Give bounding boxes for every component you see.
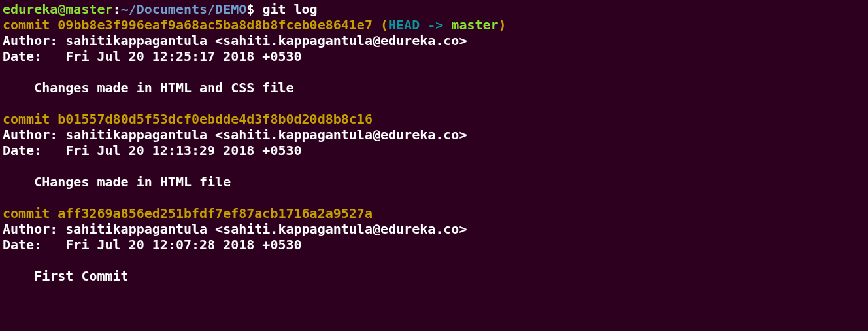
author-line: Author: sahitikappagantula <sahiti.kappa… (3, 221, 467, 237)
prompt-sep: : (113, 1, 121, 17)
head-paren-close: ) (499, 17, 507, 33)
date-line: Date: Fri Jul 20 12:13:29 2018 +0530 (3, 143, 302, 158)
command-text: git log (262, 1, 317, 17)
terminal-output[interactable]: edureka@master:~/Documents/DEMO$ git log… (0, 0, 868, 285)
commit-message: Changes made in HTML and CSS file (3, 80, 294, 96)
author-line: Author: sahitikappagantula <sahiti.kappa… (3, 127, 467, 143)
branch-name: master (451, 17, 498, 33)
commit-hash: b01557d80d5f53dcf0ebdde4d3f8b0d20d8b8c16 (58, 111, 373, 127)
commit-message: CHanges made in HTML file (3, 174, 231, 190)
commit-hash: 09bb8e3f996eaf9a68ac5ba8d8b8fceb0e8641e7 (58, 17, 373, 33)
date-line: Date: Fri Jul 20 12:25:17 2018 +0530 (3, 48, 302, 64)
prompt-dollar: $ (246, 1, 254, 17)
head-paren-open: ( (373, 17, 388, 33)
date-line: Date: Fri Jul 20 12:07:28 2018 +0530 (3, 237, 302, 253)
head-label: HEAD -> (388, 17, 451, 33)
commit-hash: aff3269a856ed251bfdf7ef87acb1716a2a9527a (58, 205, 373, 221)
author-line: Author: sahitikappagantula <sahiti.kappa… (3, 33, 467, 48)
prompt-user: edureka@master (3, 1, 113, 17)
prompt-path: ~/Documents/DEMO (121, 1, 247, 17)
commit-message: First Commit (3, 268, 129, 284)
commit-line: commit b01557d80d5f53dcf0ebdde4d3f8b0d20… (3, 111, 373, 127)
commit-line: commit aff3269a856ed251bfdf7ef87acb1716a… (3, 205, 373, 221)
commit-line: commit 09bb8e3f996eaf9a68ac5ba8d8b8fceb0… (3, 17, 373, 33)
